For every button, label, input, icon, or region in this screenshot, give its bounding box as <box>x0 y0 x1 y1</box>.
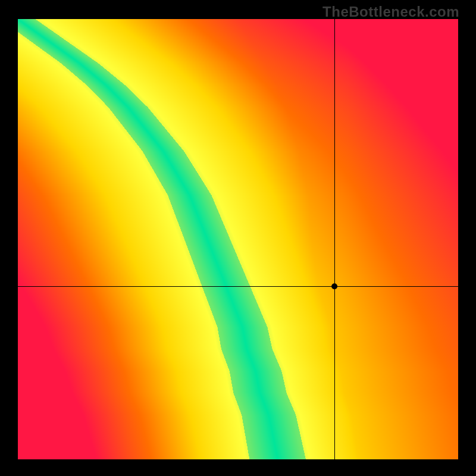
heatmap-frame <box>18 19 458 459</box>
heatmap-canvas <box>18 19 458 459</box>
watermark-label: TheBottleneck.com <box>322 4 459 20</box>
chart-container: TheBottleneck.com <box>0 0 476 476</box>
